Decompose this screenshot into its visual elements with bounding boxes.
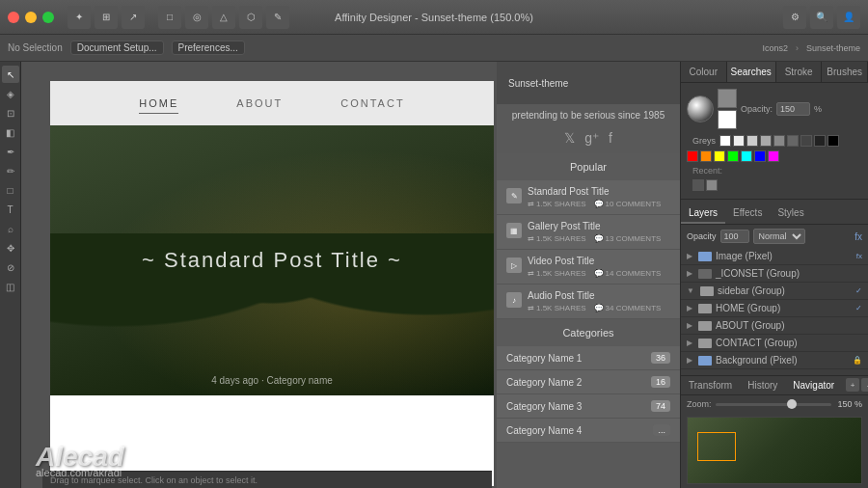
swatch-magenta[interactable] bbox=[768, 150, 779, 162]
recent-swatch-2[interactable] bbox=[706, 179, 718, 191]
swatch-white[interactable] bbox=[719, 135, 731, 147]
swatch-orange[interactable] bbox=[700, 150, 712, 162]
action-btn-5[interactable]: ✎ bbox=[266, 6, 289, 29]
swatch-green[interactable] bbox=[727, 150, 739, 162]
layer-row-image[interactable]: ▶ Image (Pixel) fx bbox=[681, 248, 868, 265]
swatch-red[interactable] bbox=[687, 150, 698, 162]
right-btn-1[interactable]: ⚙ bbox=[783, 6, 806, 29]
right-btn-3[interactable]: 👤 bbox=[837, 6, 860, 29]
tool-btn-1[interactable]: ✦ bbox=[68, 6, 91, 29]
swatch-cyan[interactable] bbox=[741, 150, 752, 162]
opacity-input[interactable] bbox=[776, 102, 810, 116]
cat-badge-1: 16 bbox=[651, 376, 670, 388]
colour-wheel[interactable] bbox=[687, 95, 714, 122]
bg-colour[interactable] bbox=[718, 110, 737, 129]
tool-btn-2[interactable]: ⊞ bbox=[95, 6, 118, 29]
swatch-grey2[interactable] bbox=[746, 135, 758, 147]
fill-tool[interactable]: ◧ bbox=[2, 123, 19, 141]
cat-name-2: Category Name 3 bbox=[506, 401, 582, 412]
expand-icon: ▶ bbox=[687, 339, 692, 347]
preferences-button[interactable]: Preferences... bbox=[172, 41, 245, 55]
swatch-grey3[interactable] bbox=[760, 135, 772, 147]
swatch-grey6[interactable] bbox=[800, 135, 812, 147]
tab-stroke[interactable]: Stroke bbox=[776, 62, 823, 82]
select-tool[interactable]: ↖ bbox=[2, 66, 19, 83]
zoom-tool[interactable]: ⌕ bbox=[2, 220, 19, 237]
text-tool[interactable]: T bbox=[2, 201, 19, 218]
tab-brushes[interactable]: Brushes bbox=[822, 62, 868, 82]
opacity-unit: % bbox=[814, 104, 822, 114]
eyedropper-tool[interactable]: ⊘ bbox=[2, 258, 19, 276]
hero-title: ~ Standard Post Title ~ bbox=[142, 248, 402, 273]
tab-history[interactable]: History bbox=[740, 376, 785, 394]
swatch-yellow[interactable] bbox=[714, 150, 725, 162]
layer-type-icon bbox=[698, 304, 712, 313]
crop-tool[interactable]: ⊡ bbox=[2, 104, 19, 122]
zoom-slider[interactable] bbox=[716, 403, 831, 406]
post-info-2: Video Post Title ⇄ 1.5K SHARES 💬 14 COMM… bbox=[528, 256, 670, 278]
pen-tool[interactable]: ✒ bbox=[2, 143, 19, 160]
action-btn-2[interactable]: ◎ bbox=[185, 6, 208, 29]
gradient-tool[interactable]: ◫ bbox=[2, 278, 19, 295]
nav-btn-1[interactable]: + bbox=[846, 378, 859, 392]
nav-btn-2[interactable]: - bbox=[861, 378, 868, 392]
document-setup-button[interactable]: Document Setup... bbox=[70, 41, 164, 55]
googleplus-icon[interactable]: g⁺ bbox=[584, 130, 599, 146]
tab-styles[interactable]: Styles bbox=[770, 203, 811, 224]
nav-contact[interactable]: CONTACT bbox=[340, 94, 404, 113]
share-icon-2: ⇄ bbox=[528, 269, 534, 278]
layers-list: ▶ Image (Pixel) fx ▶ _ICONSET (Group) ▼ … bbox=[681, 248, 868, 375]
swatch-black[interactable] bbox=[827, 135, 839, 147]
pan-tool[interactable]: ✥ bbox=[2, 239, 19, 257]
canvas-area: HOME ABOUT CONTACT ~ Standard Post Title… bbox=[21, 62, 680, 488]
action-btn-4[interactable]: ⬡ bbox=[239, 6, 262, 29]
fg-colour[interactable] bbox=[718, 89, 737, 108]
action-btn-3[interactable]: △ bbox=[212, 6, 235, 29]
swatch-grey4[interactable] bbox=[773, 135, 785, 147]
swatch-blue[interactable] bbox=[754, 150, 766, 162]
nav-about[interactable]: ABOUT bbox=[236, 94, 283, 113]
fullscreen-button[interactable] bbox=[42, 12, 54, 23]
window-title: Affinity Designer - Sunset-theme (150.0%… bbox=[335, 12, 533, 23]
tool-btn-3[interactable]: ↗ bbox=[122, 6, 145, 29]
zoom-label: Zoom: bbox=[687, 399, 712, 409]
breadcrumb-theme: Sunset-theme bbox=[806, 43, 860, 53]
swatch-grey1[interactable] bbox=[733, 135, 745, 147]
minimize-button[interactable] bbox=[25, 12, 37, 23]
nav-home[interactable]: HOME bbox=[139, 94, 178, 114]
tab-effects[interactable]: Effects bbox=[725, 203, 770, 224]
post-title-1: Gallery Post Title bbox=[528, 221, 670, 231]
main-layout: ↖ ◈ ⊡ ◧ ✒ ✏ □ T ⌕ ✥ ⊘ ◫ HOME ABOUT CONTA… bbox=[0, 62, 868, 488]
tab-colour[interactable]: Colour bbox=[681, 62, 727, 82]
facebook-icon[interactable]: f bbox=[609, 130, 612, 146]
shares-3: ⇄ 1.5K SHARES bbox=[528, 304, 586, 312]
tab-layers[interactable]: Layers bbox=[681, 203, 725, 224]
comments-2: 💬 14 COMMENTS bbox=[594, 269, 662, 278]
recent-swatch-1[interactable] bbox=[692, 179, 704, 191]
layer-row-sidebar[interactable]: ▼ sidebar (Group) ✓ bbox=[681, 283, 868, 300]
close-button[interactable] bbox=[8, 12, 19, 23]
tab-navigator[interactable]: Navigator bbox=[785, 376, 842, 394]
node-tool[interactable]: ◈ bbox=[2, 85, 19, 102]
layer-row-background[interactable]: ▶ Background (Pixel) 🔒 bbox=[681, 352, 868, 369]
layer-row-about[interactable]: ▶ ABOUT (Group) bbox=[681, 317, 868, 335]
layer-type-icon bbox=[698, 321, 712, 331]
opacity-label: Opacity: bbox=[741, 104, 773, 114]
layer-row-contact[interactable]: ▶ CONTACT (Group) bbox=[681, 335, 868, 352]
tab-searches[interactable]: Searches bbox=[727, 62, 776, 82]
twitter-icon[interactable]: 𝕏 bbox=[564, 130, 575, 146]
layer-opacity-input[interactable] bbox=[720, 230, 749, 243]
tab-transform[interactable]: Transform bbox=[681, 376, 740, 394]
swatch-grey5[interactable] bbox=[787, 135, 799, 147]
shape-tool[interactable]: □ bbox=[2, 181, 19, 199]
right-btn-2[interactable]: 🔍 bbox=[810, 6, 833, 29]
post-title-2: Video Post Title bbox=[528, 256, 670, 266]
layer-name-4: ABOUT (Group) bbox=[716, 320, 862, 331]
layer-row-iconset[interactable]: ▶ _ICONSET (Group) bbox=[681, 265, 868, 283]
action-btn-1[interactable]: □ bbox=[158, 6, 181, 29]
pencil-tool[interactable]: ✏ bbox=[2, 162, 19, 179]
layer-row-home[interactable]: ▶ HOME (Group) ✓ bbox=[681, 300, 868, 317]
blend-mode-select[interactable]: Normal bbox=[753, 229, 805, 244]
post-icon-standard: ✎ bbox=[506, 188, 522, 203]
swatch-grey7[interactable] bbox=[814, 135, 826, 147]
